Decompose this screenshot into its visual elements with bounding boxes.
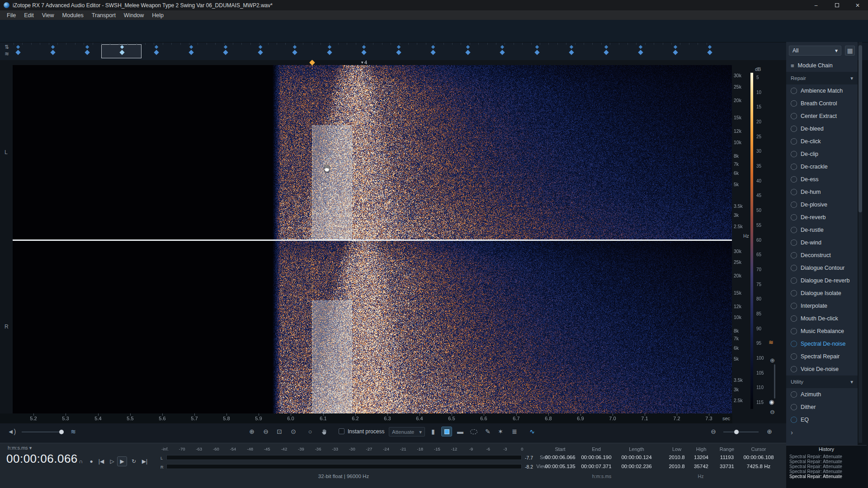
vertical-zoom-in-icon[interactable]: ⊕: [770, 357, 775, 364]
monitor-wave-icon[interactable]: ≋: [68, 427, 79, 436]
overview-view-box[interactable]: [101, 44, 142, 58]
menu-edit[interactable]: Edit: [20, 11, 38, 19]
module-item-de-clip[interactable]: De-clip: [786, 148, 858, 160]
menu-view[interactable]: View: [38, 11, 58, 19]
module-item-dialogue-isolate[interactable]: Dialogue Isolate: [786, 287, 858, 300]
module-item-de-bleed[interactable]: De-bleed: [786, 122, 858, 135]
history-item[interactable]: Spectral Repair: Attenuate: [789, 454, 842, 459]
brush-selection-tool[interactable]: ✎: [482, 427, 493, 436]
scroll-position-icon[interactable]: ◉: [769, 399, 774, 405]
monitor-headphones-button[interactable]: ∩: [76, 456, 86, 466]
zoom-in-button[interactable]: ⊕: [246, 427, 257, 436]
horizontal-zoom-knob[interactable]: [734, 430, 739, 434]
zoom-out-button[interactable]: ⊖: [260, 427, 271, 436]
minimize-button[interactable]: –: [806, 0, 826, 10]
close-button[interactable]: ✕: [847, 0, 868, 10]
module-item-de-crackle[interactable]: De-crackle: [786, 160, 858, 173]
de-bleed-icon: [791, 126, 797, 132]
lasso-selection-tool[interactable]: [468, 427, 479, 436]
hand-tool-button[interactable]: [318, 427, 329, 436]
playhead-marker[interactable]: [310, 60, 316, 66]
mouth-de-click-icon: [791, 315, 797, 322]
module-item-de-click[interactable]: De-click: [786, 135, 858, 148]
spectrogram-blend-icon[interactable]: ≋: [769, 339, 774, 346]
horizontal-zoom-slider[interactable]: [723, 432, 759, 432]
instant-process-checkbox[interactable]: [339, 428, 344, 434]
process-mode-dropdown[interactable]: Attenuate ▾: [389, 427, 425, 436]
module-item-de-ess[interactable]: De-ess: [786, 173, 858, 186]
skip-to-end-button[interactable]: ▶|: [140, 456, 150, 466]
module-panel: All ▾ ▦ ≡ Module Chain Repair▾Ambience M…: [786, 42, 858, 445]
module-item-breath-control[interactable]: Breath Control: [786, 97, 858, 110]
module-item-de-reverb[interactable]: De-reverb: [786, 211, 858, 224]
module-chain-item[interactable]: ≡ Module Chain: [786, 59, 858, 72]
record-button[interactable]: ●: [86, 456, 96, 466]
module-item-de-wind[interactable]: De-wind: [786, 236, 858, 249]
time-format-selector[interactable]: h:m:s.ms ▾: [8, 445, 32, 451]
module-item-ambience-match[interactable]: Ambience Match: [786, 84, 858, 97]
panel-expand-arrow[interactable]: ›: [786, 426, 858, 438]
vertical-zoom-slider[interactable]: [774, 364, 775, 399]
horizontal-zoom-in-icon[interactable]: ⊕: [764, 427, 775, 436]
module-item-de-rustle[interactable]: De-rustle: [786, 224, 858, 236]
history-item[interactable]: Spectral Repair: Attenuate: [789, 459, 842, 464]
horizontal-zoom-out-icon[interactable]: ⊖: [708, 427, 719, 436]
module-label: De-hum: [801, 189, 821, 195]
module-item-music-rebalance[interactable]: Music Rebalance: [786, 325, 858, 338]
time-frequency-selection-tool[interactable]: [441, 427, 452, 436]
history-item[interactable]: Spectral Repair: Attenuate: [789, 469, 842, 474]
module-item-mouth-de-click[interactable]: Mouth De-click: [786, 312, 858, 325]
marker-label: 4: [364, 60, 367, 65]
magnifier-tool-button[interactable]: ○: [305, 427, 316, 436]
zoom-fit-button[interactable]: ⊡: [274, 427, 285, 436]
module-item-dialogue-de-reverb[interactable]: Dialogue De-reverb: [786, 274, 858, 287]
module-item-spectral-de-noise[interactable]: Spectral De-noise: [786, 338, 858, 350]
module-filter-dropdown[interactable]: All ▾: [789, 46, 841, 56]
module-item-dither[interactable]: Dither: [786, 401, 858, 413]
module-item-spectral-repair[interactable]: Spectral Repair: [786, 350, 858, 363]
magic-wand-tool[interactable]: ✶: [495, 427, 506, 436]
module-view-toggle[interactable]: ▦: [845, 46, 855, 56]
module-item-voice-de-noise[interactable]: Voice De-noise: [786, 363, 858, 375]
overview-expand-icon[interactable]: ⇅: [5, 44, 9, 50]
zoom-selection-button[interactable]: ⊙: [288, 427, 299, 436]
volume-knob[interactable]: [59, 430, 64, 434]
time-selection-tool[interactable]: ▮: [428, 427, 439, 436]
vertical-zoom-out-icon[interactable]: ⊖: [770, 408, 775, 415]
time-ruler[interactable]: [0, 413, 732, 423]
history-item[interactable]: Spectral Repair: Attenuate: [789, 464, 842, 469]
freq-label: 3k: [734, 387, 739, 392]
module-item-deconstruct[interactable]: Deconstruct: [786, 249, 858, 262]
freq-label: 3.5k: [734, 377, 743, 383]
history-item[interactable]: Spectral Repair: Attenuate: [789, 474, 842, 479]
loop-button[interactable]: ↻: [129, 456, 139, 466]
menu-transport[interactable]: Transport: [88, 11, 120, 19]
menu-file[interactable]: File: [3, 11, 20, 19]
volume-slider[interactable]: [22, 432, 61, 432]
module-item-de-hum[interactable]: De-hum: [786, 186, 858, 198]
play-button[interactable]: ▶: [117, 456, 127, 466]
module-item-dialogue-contour[interactable]: Dialogue Contour: [786, 262, 858, 274]
skip-to-start-button[interactable]: |◀: [96, 456, 106, 466]
module-item-azimuth[interactable]: Azimuth: [786, 388, 858, 401]
module-item-center-extract[interactable]: Center Extract: [786, 110, 858, 122]
timeline-marker[interactable]: ▼4: [360, 60, 367, 65]
module-item-de-plosive[interactable]: De-plosive: [786, 198, 858, 211]
overview-options-icon[interactable]: ≋: [5, 51, 9, 57]
maximize-button[interactable]: [826, 0, 847, 10]
menu-window[interactable]: Window: [120, 11, 148, 19]
panel-scrollbar-thumb[interactable]: [859, 45, 862, 212]
section-header-utility[interactable]: Utility▾: [786, 375, 858, 388]
module-item-eq[interactable]: EQ: [786, 413, 858, 426]
menu-modules[interactable]: Modules: [58, 11, 88, 19]
section-header-repair[interactable]: Repair▾: [786, 72, 858, 84]
db-scale-label: 75: [756, 282, 761, 287]
harmonic-selection-tool[interactable]: ≣: [509, 427, 520, 436]
menu-help[interactable]: Help: [148, 11, 168, 19]
module-item-interpolate[interactable]: Interpolate: [786, 300, 858, 312]
play-selection-button[interactable]: ▷: [107, 456, 117, 466]
signal-curve-tool[interactable]: ∿: [527, 427, 538, 436]
speaker-icon[interactable]: ◄): [6, 427, 17, 436]
frequency-selection-tool[interactable]: ▬: [455, 427, 466, 436]
spectrogram-canvas[interactable]: [13, 65, 732, 413]
